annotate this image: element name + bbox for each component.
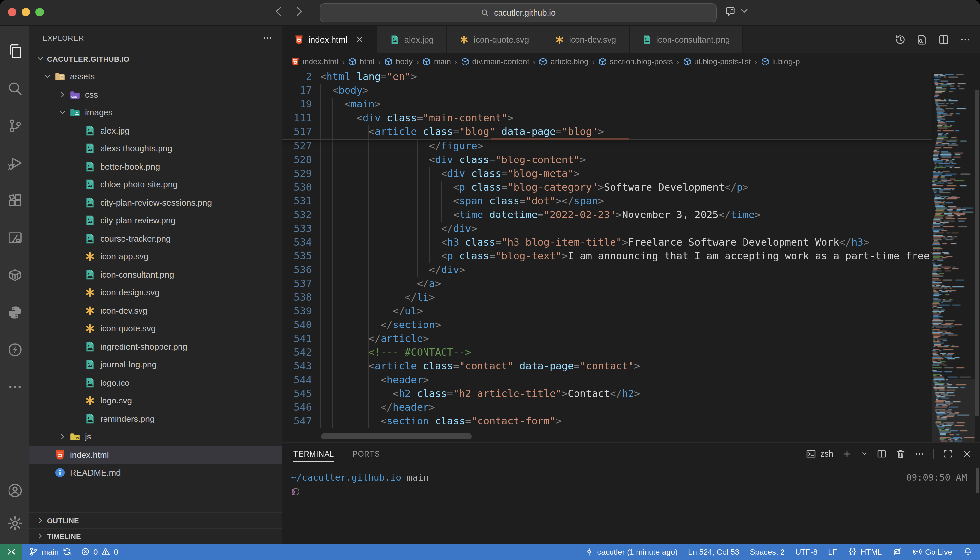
new-terminal-icon[interactable] — [842, 448, 852, 459]
line-number[interactable]: 539 — [282, 305, 312, 318]
breadcrumb-item-section.blog-posts[interactable]: section.blog-posts — [598, 57, 673, 66]
notifications-button[interactable] — [963, 547, 972, 557]
breadcrumb-item-index.html[interactable]: index.html — [291, 57, 338, 66]
activity-extensions[interactable] — [0, 182, 30, 219]
activity-settings[interactable] — [0, 507, 30, 540]
tree-item-icon-quote.svg[interactable]: icon-quote.svg — [30, 320, 282, 338]
outline-section[interactable]: OUTLINE — [30, 512, 282, 528]
go-live-button[interactable]: Go Live — [912, 547, 952, 557]
close-panel-icon[interactable] — [962, 448, 972, 459]
line-number[interactable]: 544 — [282, 373, 312, 387]
terminal-icon[interactable] — [805, 448, 816, 459]
maximize-panel-icon[interactable] — [943, 448, 953, 459]
copilot-menu[interactable] — [725, 5, 750, 17]
line-number[interactable]: 527 — [282, 140, 312, 153]
editor-horizontal-scrollbar[interactable] — [282, 433, 932, 440]
more-actions-icon[interactable] — [960, 34, 971, 45]
tree-item-assets[interactable]: assets — [30, 67, 282, 85]
activity-explorer[interactable] — [0, 32, 30, 70]
tree-item-logo.svg[interactable]: logo.svg — [30, 392, 282, 410]
line-number[interactable]: 533 — [282, 222, 312, 236]
split-editor-icon[interactable] — [938, 34, 949, 45]
minimize-window-button[interactable] — [22, 8, 30, 17]
line-number[interactable]: 545 — [282, 387, 312, 401]
open-changes-icon[interactable] — [917, 34, 928, 45]
tree-item-icon-app.svg[interactable]: icon-app.svg — [30, 248, 282, 266]
line-number[interactable]: 17 — [282, 84, 312, 98]
timeline-section[interactable]: TIMELINE — [30, 528, 282, 543]
code-editor[interactable]: 2<html lang="en">17<body>19<main>111<div… — [282, 70, 980, 442]
close-tab-icon[interactable] — [355, 35, 365, 44]
command-decoration-icon[interactable] — [292, 488, 299, 495]
tree-item-chloe-photo-site.png[interactable]: chloe-photo-site.png — [30, 175, 282, 193]
tree-item-images[interactable]: images — [30, 103, 282, 122]
tab-icon-consultant.png[interactable]: icon-consultant.png — [629, 25, 743, 53]
zoom-window-button[interactable] — [35, 8, 44, 17]
tree-item-icon-dev.svg[interactable]: icon-dev.svg — [30, 302, 282, 320]
tree-item-better-book.png[interactable]: better-book.png — [30, 158, 282, 175]
terminal-scrollbar[interactable] — [976, 468, 979, 493]
tree-item-icon-consultant.png[interactable]: icon-consultant.png — [30, 266, 282, 283]
tree-item-reminders.png[interactable]: reminders.png — [30, 410, 282, 428]
language-status[interactable]: HTML — [848, 547, 882, 557]
activity-live-preview[interactable] — [0, 219, 30, 256]
activity-containers[interactable] — [0, 256, 30, 293]
breadcrumb-item-body[interactable]: body — [384, 57, 413, 66]
line-number[interactable]: 19 — [282, 98, 312, 111]
explorer-more-actions-icon[interactable] — [262, 32, 273, 43]
command-center[interactable]: cacutler.github.io — [320, 3, 717, 22]
activity-source-control[interactable] — [0, 107, 30, 144]
activity-accounts[interactable] — [0, 474, 30, 507]
tree-item-journal-log.png[interactable]: journal-log.png — [30, 356, 282, 374]
minimap[interactable] — [932, 73, 975, 442]
tree-item-icon-design.svg[interactable]: icon-design.svg — [30, 283, 282, 302]
timeline-icon[interactable] — [895, 34, 906, 45]
kill-terminal-icon[interactable] — [895, 448, 906, 459]
copilot-status[interactable] — [892, 547, 902, 557]
remote-indicator[interactable] — [0, 543, 22, 560]
line-number[interactable]: 532 — [282, 208, 312, 222]
terminal-dropdown-icon[interactable] — [861, 450, 868, 457]
line-number[interactable]: 536 — [282, 263, 312, 277]
line-number[interactable]: 517 — [282, 125, 312, 139]
close-window-button[interactable] — [8, 8, 17, 17]
workspace-section-header[interactable]: CACUTLER.GITHUB.IO — [30, 50, 282, 67]
activity-search[interactable] — [0, 70, 30, 107]
line-number[interactable]: 543 — [282, 360, 312, 373]
indentation-status[interactable]: Spaces: 2 — [750, 547, 785, 557]
tab-icon-dev.svg[interactable]: icon-dev.svg — [542, 25, 629, 53]
line-number[interactable]: 535 — [282, 250, 312, 263]
terminal-content[interactable]: ~/cacutler.github.io main09:09:50 AM ❯ — [282, 464, 980, 543]
breadcrumb-item-div.main-content[interactable]: div.main-content — [460, 57, 529, 66]
terminal-more-icon[interactable] — [915, 448, 925, 459]
tab-index.html[interactable]: index.html — [282, 25, 378, 53]
line-number[interactable]: 111 — [282, 111, 312, 125]
tree-item-course-tracker.png[interactable]: course-tracker.png — [30, 230, 282, 248]
line-number[interactable]: 542 — [282, 346, 312, 360]
breadcrumb-item-li.blog-p[interactable]: li.blog-p — [760, 57, 800, 66]
split-terminal-icon[interactable] — [877, 448, 887, 459]
activity-more[interactable] — [0, 368, 30, 405]
tree-item-css[interactable]: csscss — [30, 85, 282, 103]
line-number[interactable]: 546 — [282, 401, 312, 415]
line-number[interactable]: 529 — [282, 167, 312, 181]
breadcrumb-item-main[interactable]: main — [422, 57, 451, 66]
tab-terminal[interactable]: TERMINAL — [293, 443, 334, 464]
line-number[interactable]: 540 — [282, 318, 312, 332]
tab-ports[interactable]: PORTS — [352, 443, 380, 464]
line-number[interactable]: 2 — [282, 70, 312, 84]
tree-item-js[interactable]: JSjs — [30, 428, 282, 446]
cursor-position-status[interactable]: Ln 524, Col 53 — [688, 547, 739, 557]
line-number[interactable]: 528 — [282, 153, 312, 167]
line-number[interactable]: 530 — [282, 181, 312, 195]
tree-item-README.md[interactable]: README.md — [30, 464, 282, 482]
breadcrumb-item-article.blog[interactable]: article.blog — [539, 57, 588, 66]
forward-icon[interactable] — [293, 5, 305, 18]
tab-icon-quote.svg[interactable]: icon-quote.svg — [447, 25, 542, 53]
breadcrumb-item-ul.blog-posts-list[interactable]: ul.blog-posts-list — [683, 57, 751, 66]
eol-status[interactable]: LF — [828, 547, 837, 557]
breadcrumb-item-html[interactable]: html — [348, 57, 374, 66]
tree-item-logo.ico[interactable]: logo.ico — [30, 374, 282, 392]
line-number[interactable]: 538 — [282, 291, 312, 305]
line-number[interactable]: 541 — [282, 332, 312, 346]
